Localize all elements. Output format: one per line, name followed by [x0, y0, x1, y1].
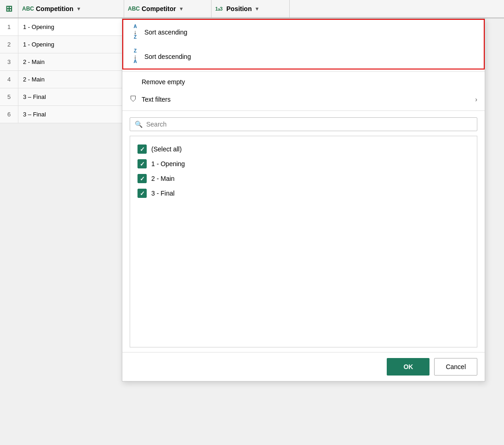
- sort-ascending-item[interactable]: A ↓ Z Sort ascending: [122, 19, 485, 45]
- remove-empty-item[interactable]: Remove empty: [122, 74, 485, 91]
- menu-separator-2: [122, 110, 485, 111]
- checkbox-select-all-check: [137, 144, 147, 154]
- checkbox-3-final-check: [137, 189, 147, 198]
- col-label-position: Position: [226, 5, 252, 12]
- chevron-right-icon: ›: [475, 96, 477, 103]
- row-num-1: 1: [0, 18, 18, 35]
- sort-ascending-label: Sort ascending: [144, 29, 187, 36]
- sort-descending-item[interactable]: Z ↓ A Sort descending: [122, 44, 485, 69]
- table-row: 6 3 – Final: [0, 106, 124, 123]
- col-label-competition: Competition: [36, 5, 74, 12]
- table-body: 1 1 - Opening 2 1 - Opening 3 2 - Main 4…: [0, 18, 124, 123]
- row-num-3: 3: [0, 53, 18, 70]
- col-header-competitor: ABC Competitor ▼: [124, 0, 212, 17]
- menu-separator-1: [122, 71, 485, 72]
- col-header-position: 1₂3 Position ▼: [212, 0, 290, 17]
- table-row: 1 1 - Opening: [0, 18, 124, 36]
- row-val-5: 3 – Final: [18, 93, 46, 100]
- table-header: ⊞ ABC Competition ▼ ABC Competitor ▼ 1₂3…: [0, 0, 504, 18]
- row-num-4: 4: [0, 71, 18, 88]
- checkbox-1-opening-check: [137, 159, 147, 168]
- checkbox-list: (Select all) 1 - Opening 2 - Main 3 - Fi…: [130, 136, 477, 347]
- checkbox-1-opening[interactable]: 1 - Opening: [137, 156, 470, 171]
- checkbox-1-opening-label: 1 - Opening: [151, 160, 185, 168]
- competition-dropdown-btn[interactable]: ▼: [75, 6, 82, 12]
- row-num-6: 6: [0, 106, 18, 123]
- checkbox-2-main-check: [137, 174, 147, 183]
- grid-icon: ⊞: [6, 4, 12, 14]
- col-header-competition: ABC Competition ▼: [18, 0, 124, 17]
- filter-icon: ⛉: [130, 95, 137, 104]
- search-input[interactable]: [146, 121, 472, 128]
- checkbox-3-final[interactable]: 3 - Final: [137, 186, 470, 201]
- ok-button[interactable]: OK: [387, 358, 430, 376]
- checkbox-2-main[interactable]: 2 - Main: [137, 171, 470, 186]
- sort-descending-icon: Z ↓ A: [131, 49, 140, 64]
- search-icon: 🔍: [135, 121, 143, 128]
- checkbox-3-final-label: 3 - Final: [151, 190, 175, 197]
- text-filters-label: Text filters: [142, 96, 171, 103]
- cancel-button[interactable]: Cancel: [434, 358, 477, 376]
- search-section: 🔍: [122, 113, 485, 136]
- position-dropdown-btn[interactable]: ▼: [253, 6, 260, 12]
- table-row: 5 3 – Final: [0, 88, 124, 106]
- checkbox-2-main-label: 2 - Main: [151, 175, 175, 182]
- remove-empty-label: Remove empty: [142, 78, 185, 86]
- num-icon-position: 1₂3: [215, 6, 223, 12]
- col-label-competitor: Competitor: [142, 5, 176, 12]
- table-row: 2 1 - Opening: [0, 36, 124, 53]
- table-row: 4 2 - Main: [0, 71, 124, 88]
- footer-buttons: OK Cancel: [122, 352, 485, 381]
- row-val-6: 3 – Final: [18, 111, 46, 118]
- abc-icon-competition: ABC: [22, 6, 34, 12]
- abc-icon-competitor: ABC: [128, 6, 140, 12]
- text-filters-item[interactable]: ⛉ Text filters ›: [122, 91, 485, 109]
- row-num-5: 5: [0, 88, 18, 105]
- filter-dropdown: A ↓ Z Sort ascending Z ↓ A Sort descendi…: [122, 18, 485, 381]
- checkbox-select-all-label: (Select all): [151, 145, 182, 153]
- row-num-2: 2: [0, 36, 18, 53]
- checkbox-select-all[interactable]: (Select all): [137, 142, 470, 156]
- row-val-4: 2 - Main: [18, 76, 45, 83]
- search-box[interactable]: 🔍: [130, 117, 477, 131]
- grid-icon-cell: ⊞: [0, 0, 18, 17]
- row-val-3: 2 - Main: [18, 58, 45, 65]
- sort-descending-label: Sort descending: [144, 53, 191, 60]
- competitor-dropdown-btn[interactable]: ▼: [178, 6, 185, 12]
- row-val-2: 1 - Opening: [18, 41, 54, 48]
- table-row: 3 2 - Main: [0, 53, 124, 71]
- sort-ascending-icon: A ↓ Z: [131, 24, 140, 40]
- row-val-1: 1 - Opening: [18, 23, 54, 30]
